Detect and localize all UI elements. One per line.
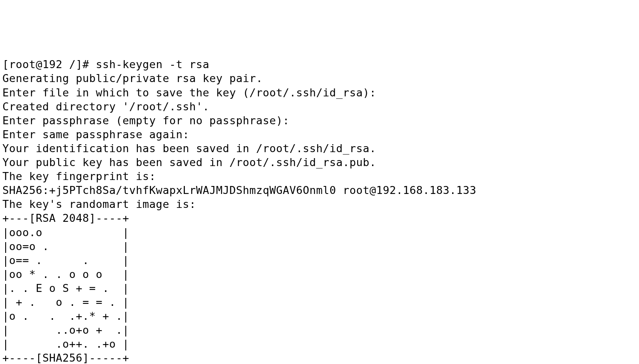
terminal-output[interactable]: [root@192 /]# ssh-keygen -t rsaGeneratin… <box>2 57 637 364</box>
terminal-line: | .o++. .+o | <box>2 337 637 351</box>
output-text: Created directory '/root/.ssh'. <box>2 100 209 113</box>
output-text: | .o++. .+o | <box>2 338 129 350</box>
terminal-line: |o . . .+.* + .| <box>2 309 637 323</box>
terminal-line: Enter file in which to save the key (/ro… <box>2 86 637 100</box>
terminal-line: | + . o . = = . | <box>2 295 637 309</box>
terminal-line: Your identification has been saved in /r… <box>2 141 637 155</box>
output-text: Generating public/private rsa key pair. <box>2 72 263 84</box>
shell-command: ssh-keygen -t rsa <box>96 58 210 70</box>
output-text: |oo=o . | <box>2 240 129 252</box>
terminal-line: +---[RSA 2048]----+ <box>2 211 637 225</box>
terminal-line: The key's randomart image is: <box>2 197 637 211</box>
terminal-line: Enter same passphrase again: <box>2 127 637 141</box>
terminal-line: Created directory '/root/.ssh'. <box>2 100 637 114</box>
output-text: Your public key has been saved in /root/… <box>2 156 376 168</box>
terminal-line: |oo=o . | <box>2 239 637 253</box>
output-text: |o== . . | <box>2 254 129 266</box>
terminal-line: |ooo.o | <box>2 225 637 239</box>
output-text: |oo * . . o o o | <box>2 268 129 280</box>
output-text: SHA256:+j5PTch8Sa/tvhfKwapxLrWAJMJDShmzq… <box>2 184 476 196</box>
output-text: The key fingerprint is: <box>2 170 156 182</box>
output-text: |. . E o S + = . | <box>2 282 129 294</box>
terminal-line: |o== . . | <box>2 253 637 267</box>
output-text: | + . o . = = . | <box>2 296 129 308</box>
output-text: Enter same passphrase again: <box>2 128 189 141</box>
terminal-line: The key fingerprint is: <box>2 169 637 183</box>
terminal-line: SHA256:+j5PTch8Sa/tvhfKwapxLrWAJMJDShmzq… <box>2 183 637 197</box>
output-text: +----[SHA256]-----+ <box>2 352 129 364</box>
terminal-line: [root@192 /]# ssh-keygen -t rsa <box>2 57 637 71</box>
terminal-line: |. . E o S + = . | <box>2 281 637 295</box>
terminal-line: |oo * . . o o o | <box>2 267 637 281</box>
terminal-line: Enter passphrase (empty for no passphras… <box>2 114 637 127</box>
output-text: +---[RSA 2048]----+ <box>2 212 129 224</box>
terminal-line: Your public key has been saved in /root/… <box>2 155 637 169</box>
shell-prompt: [root@192 /]# <box>2 58 96 70</box>
terminal-line: +----[SHA256]-----+ <box>2 351 637 364</box>
output-text: |ooo.o | <box>2 226 129 239</box>
terminal-line: Generating public/private rsa key pair. <box>2 71 637 85</box>
terminal-line: | ..o+o + .| <box>2 323 637 337</box>
output-text: The key's randomart image is: <box>2 198 196 210</box>
output-text: Enter passphrase (empty for no passphras… <box>2 114 289 127</box>
output-text: Your identification has been saved in /r… <box>2 142 376 155</box>
output-text: |o . . .+.* + .| <box>2 310 129 322</box>
output-text: | ..o+o + .| <box>2 324 129 336</box>
output-text: Enter file in which to save the key (/ro… <box>2 86 376 99</box>
